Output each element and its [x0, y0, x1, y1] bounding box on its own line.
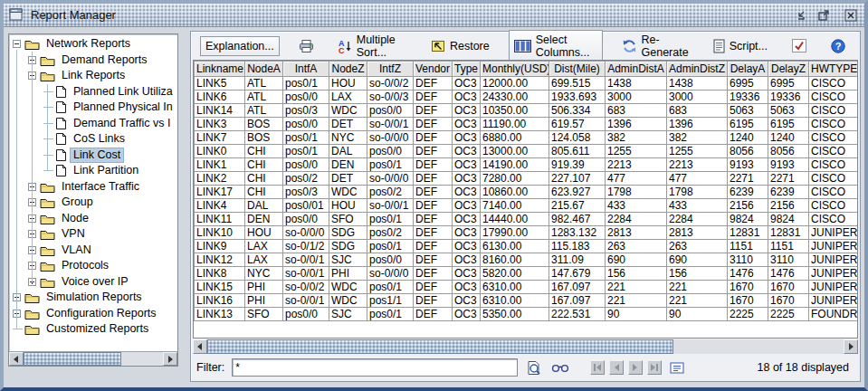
print-button[interactable] — [293, 35, 320, 57]
column-header-vendor[interactable]: Vendor — [414, 62, 453, 77]
last-page-button[interactable] — [647, 360, 662, 375]
help-button[interactable]: ? — [825, 35, 851, 57]
cell-delaya: 1151 — [728, 240, 768, 253]
column-header-linkname[interactable]: Linkname — [195, 62, 245, 77]
tree-item-network-reports[interactable]: Network Reports — [9, 36, 177, 52]
table-row-link3[interactable]: LINK3BOSpos0/0DETso-0/0/1DEFOC311190.006… — [195, 118, 859, 131]
column-header-dist-mile[interactable]: Dist(Mile) — [549, 62, 606, 77]
tree-item-group[interactable]: Group — [9, 195, 177, 211]
column-header-hwtypea[interactable]: HWTYPEA — [809, 62, 859, 77]
column-header-nodez[interactable]: NodeZ — [329, 62, 367, 77]
collapse-toggle-icon[interactable] — [13, 40, 21, 48]
table-row-link1[interactable]: LINK1CHIpos0/0DENpos0/1DEFOC314190.00919… — [195, 158, 859, 172]
tree-item-link-reports[interactable]: Link Reports — [9, 68, 177, 84]
preview-report-button[interactable] — [525, 359, 543, 377]
script-button[interactable]: Script... — [708, 35, 773, 57]
column-header-monthly-usd[interactable]: Monthly(USD) — [481, 62, 549, 77]
tree-horizontal-scrollbar[interactable] — [9, 351, 177, 366]
table-row-link2[interactable]: LINK2CHIpos0/2DETso-0/0/0DEFOC37280.0022… — [195, 172, 859, 186]
tree-item-vpn[interactable]: VPN — [9, 226, 177, 243]
column-header-intfz[interactable]: IntfZ — [367, 62, 414, 77]
cell-delaya: 9193 — [728, 158, 768, 172]
multiple-sort-button[interactable]: ACMultiple Sort... — [333, 30, 412, 62]
tree-item-customized-reports[interactable]: Customized Reports — [9, 321, 177, 338]
select-columns-button[interactable]: Select Columns... — [509, 30, 603, 62]
tree-item-label: Demand Traffic vs I — [71, 117, 173, 130]
cell-monthly-usd: 24330.00 — [481, 91, 549, 104]
tree-item-node[interactable]: Node — [9, 211, 177, 227]
table-row-link14[interactable]: LINK14ATLpos0/3WDCpos0/0DEFOC310350.0050… — [195, 104, 859, 118]
column-header-delayz[interactable]: DelayZ — [768, 62, 809, 77]
table-row-link13[interactable]: LINK13SFOpos0/0SJCpos0/1DEFOC35350.00222… — [195, 308, 859, 321]
tree-item-voice-over-ip[interactable]: Voice over IP — [9, 274, 177, 291]
cell-nodea: LAX — [245, 253, 283, 267]
tree-item-link-cost[interactable]: Link Cost — [9, 148, 177, 164]
filter-input[interactable] — [232, 358, 518, 377]
tree-item-cos-links[interactable]: CoS Links — [9, 131, 177, 148]
first-page-button[interactable] — [590, 360, 605, 375]
column-header-admindistz[interactable]: AdminDistZ — [667, 62, 728, 77]
table-row-link16[interactable]: LINK16PHIso-0/0/1WDCpos1/1DEFOC36310.001… — [195, 294, 859, 308]
validate-button[interactable] — [787, 35, 812, 56]
titlebar[interactable]: Report Manager — [4, 4, 864, 27]
cell-intfa: pos0/3 — [283, 186, 329, 199]
tree-item-protocols[interactable]: Protocols — [9, 258, 177, 274]
table-row-link5[interactable]: LINK5ATLpos0/1HOUso-0/0/2DEFOC312000.006… — [195, 77, 859, 91]
scroll-right-icon[interactable] — [163, 352, 177, 366]
column-header-delaya[interactable]: DelayA — [728, 62, 768, 77]
table-row-link17[interactable]: LINK17CHIpos0/3WDCpos0/2DEFOC310860.0062… — [195, 186, 859, 199]
tree-item-simulation-reports[interactable]: Simulation Reports — [9, 290, 177, 306]
table-row-link10[interactable]: LINK10HOUso-0/0/0SDGpos0/2DEFOC317990.00… — [195, 226, 859, 240]
cell-admindistz: 263 — [667, 240, 728, 253]
cell-vendor: DEF — [414, 91, 453, 104]
scroll-left-icon[interactable] — [9, 352, 24, 366]
tree-item-interface-traffic[interactable]: Interface Traffic — [9, 179, 177, 196]
filter-label: Filter: — [196, 361, 224, 374]
column-header-intfa[interactable]: IntfA — [283, 62, 329, 77]
table-row-link11[interactable]: LINK11DENpos0/0SFOpos0/1DEFOC314440.0098… — [195, 213, 859, 226]
re-generate-button[interactable]: Re-Generate — [616, 30, 694, 62]
tree-item-link-partition[interactable]: Link Partition — [9, 163, 177, 179]
maximize-button[interactable] — [816, 7, 832, 24]
restore-button[interactable]: Restore — [425, 35, 495, 56]
scroll-left-icon[interactable] — [193, 339, 207, 354]
scrollbar-thumb[interactable] — [24, 352, 121, 366]
close-button[interactable] — [843, 7, 859, 24]
tree-item-planned-link-utiliza[interactable]: Planned Link Utiliza — [9, 84, 177, 100]
iconify-button[interactable] — [794, 7, 810, 24]
report-toolbar: Explanation...ACMultiple Sort...RestoreS… — [191, 32, 860, 60]
cell-dist-mile: 506.334 — [549, 104, 606, 118]
table-row-link8[interactable]: LINK8NYCso-0/0/1PHIso-0/0/0DEFOC35820.00… — [195, 267, 859, 281]
button-label: Multiple Sort... — [357, 33, 406, 59]
scrollbar-thumb[interactable] — [207, 339, 673, 354]
table-horizontal-scrollbar[interactable] — [193, 339, 858, 354]
table-row-link9[interactable]: LINK9LAXso-0/1/2SDGpos0/1DEFOC36130.0011… — [195, 240, 859, 253]
tree-item-demand-traffic-vs-i[interactable]: Demand Traffic vs I — [9, 116, 177, 132]
tree-item-configuration-reports[interactable]: Configuration Reports — [9, 306, 177, 322]
cell-dist-mile: 982.467 — [549, 213, 606, 226]
table-row-link4[interactable]: LINK4DALpos0/01HOUso-0/0/1DEFOC37140.002… — [195, 199, 859, 213]
table-row-link12[interactable]: LINK12LAXso-0/0/1SJCpos0/0DEFOC38160.003… — [195, 253, 859, 267]
tree-item-vlan[interactable]: VLAN — [9, 243, 177, 259]
cell-monthly-usd: 5350.00 — [481, 308, 549, 321]
cell-type: OC3 — [453, 186, 481, 199]
column-header-type[interactable]: Type — [453, 62, 481, 77]
table-row-link15[interactable]: LINK15PHIso-0/0/2WDCpos0/1DEFOC36310.001… — [195, 281, 859, 294]
table-row-link7[interactable]: LINK7BOSpos0/1NYCso-0/0/0DEFOC36880.0012… — [195, 131, 859, 145]
explanation-button[interactable]: Explanation... — [200, 36, 280, 56]
table-row-link6[interactable]: LINK6ATLpos0/0LAXso-0/0/3DEFOC324330.001… — [195, 91, 859, 104]
previous-page-button[interactable] — [609, 360, 624, 375]
cell-hwtypea: CISCO — [809, 91, 859, 104]
cell-intfa: pos0/01 — [283, 199, 329, 213]
column-header-nodea[interactable]: NodeA — [245, 62, 283, 77]
page-setup-button[interactable] — [669, 361, 685, 375]
table-row-link0[interactable]: LINK0CHIpos0/1DALpos0/0DEFOC313000.00805… — [195, 145, 859, 158]
tree-item-planned-physical-in[interactable]: Planned Physical In — [9, 100, 177, 116]
column-header-admindista[interactable]: AdminDistA — [606, 62, 667, 77]
cell-admindista: 382 — [606, 131, 667, 145]
cell-linkname: LINK4 — [195, 199, 245, 213]
search-button[interactable] — [550, 360, 570, 375]
tree-item-demand-reports[interactable]: Demand Reports — [9, 52, 177, 69]
scroll-right-icon[interactable] — [844, 339, 858, 354]
next-page-button[interactable] — [628, 360, 643, 375]
